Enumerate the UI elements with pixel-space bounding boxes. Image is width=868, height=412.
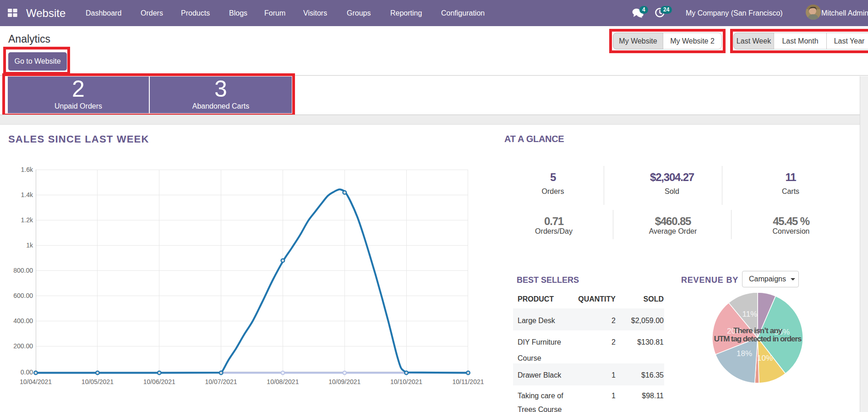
svg-text:1.4k: 1.4k xyxy=(21,191,33,198)
svg-text:10/06/2021: 10/06/2021 xyxy=(143,378,175,385)
svg-text:10/10/2021: 10/10/2021 xyxy=(390,378,422,385)
svg-text:UTM tag detected in orders: UTM tag detected in orders xyxy=(714,335,802,343)
svg-text:10/08/2021: 10/08/2021 xyxy=(267,378,299,385)
svg-text:10/09/2021: 10/09/2021 xyxy=(328,378,360,385)
svg-text:1k: 1k xyxy=(26,242,33,249)
svg-text:18%: 18% xyxy=(737,349,752,358)
svg-text:There isn’t any: There isn’t any xyxy=(733,326,783,335)
svg-text:1.6k: 1.6k xyxy=(21,166,33,173)
svg-text:1.2k: 1.2k xyxy=(21,216,33,224)
svg-text:10/07/2021: 10/07/2021 xyxy=(205,378,237,385)
svg-text:10%: 10% xyxy=(757,354,773,363)
svg-text:11%: 11% xyxy=(742,310,758,319)
svg-text:800.00: 800.00 xyxy=(13,267,33,274)
svg-text:0.00: 0.00 xyxy=(21,368,33,376)
svg-text:600.00: 600.00 xyxy=(13,292,33,299)
svg-text:10/04/2021: 10/04/2021 xyxy=(20,378,52,385)
svg-text:10/11/2021: 10/11/2021 xyxy=(452,378,484,385)
svg-text:10/05/2021: 10/05/2021 xyxy=(82,378,114,385)
svg-text:200.00: 200.00 xyxy=(13,342,33,350)
svg-text:400.00: 400.00 xyxy=(13,317,33,324)
